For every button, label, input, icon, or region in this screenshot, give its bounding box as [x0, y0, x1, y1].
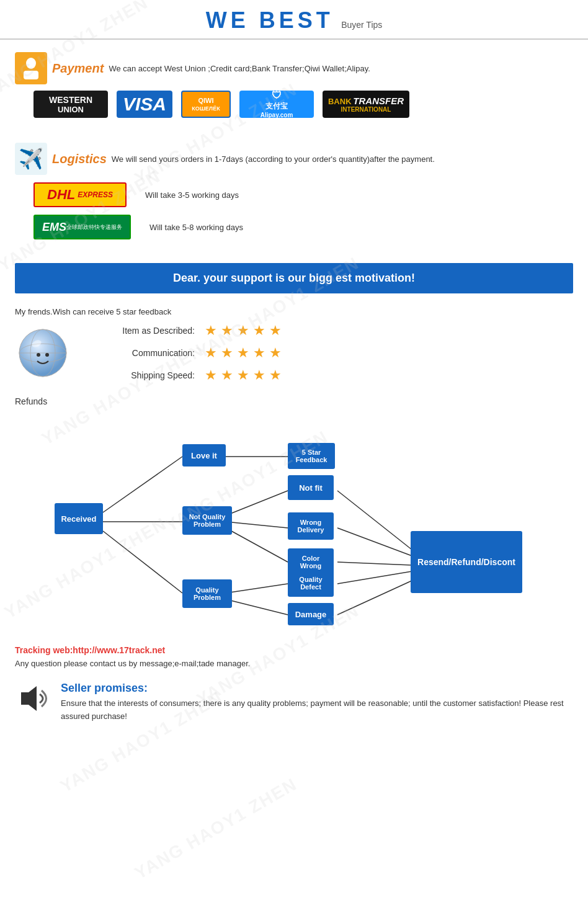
payment-text: We can accept West Union ;Credit card;Ba… — [109, 64, 370, 73]
dhl-days: Will take 3-5 working days — [145, 190, 239, 200]
logistics-label: Logistics — [52, 152, 107, 166]
feedback-intro: My frends.Wish can receive 5 star feedba… — [15, 307, 573, 316]
feedback-globe-icon — [15, 325, 71, 381]
feedback-label-described: Item as Described: — [96, 326, 195, 336]
fc-resend: Resend/Refund/Discont — [411, 531, 522, 593]
fc-wrong-delivery: Wrong Delivery — [288, 512, 334, 540]
star-5: ★ — [269, 367, 282, 383]
star-3: ★ — [237, 367, 249, 383]
tracking-section: Tracking web:http://www.17track.net Any … — [0, 636, 588, 678]
star-3: ★ — [237, 323, 249, 339]
svg-line-11 — [103, 531, 182, 593]
fc-received: Received — [55, 503, 103, 534]
feedback-row-communication: Communication: ★ ★ ★ ★ ★ — [96, 345, 282, 361]
star-2: ★ — [221, 345, 233, 361]
motivation-banner: Dear. your support is our bigg est motiv… — [15, 263, 573, 293]
bank-transfer-logo: BANK TRANSFERINTERNATIONAL — [323, 91, 409, 118]
payment-label: Payment — [52, 61, 104, 76]
fc-five-star: 5 Star Feedback — [288, 443, 335, 469]
speaker-icon — [15, 683, 52, 720]
refunds-section: Refunds — [0, 390, 588, 636]
payment-logos: WESTERN UNION VISA QIWIКОШЕЛЁК 🛡 支付宝 Ali… — [33, 91, 573, 118]
western-union-logo: WESTERN UNION — [33, 91, 108, 118]
refunds-label: Refunds — [15, 396, 47, 406]
header-title-sub: Buyer Tips — [341, 20, 382, 30]
svg-line-19 — [337, 528, 412, 556]
feedback-section: My frends.Wish can receive 5 star feedba… — [0, 303, 588, 390]
payment-section: Payment We can accept West Union ;Credit… — [0, 46, 588, 130]
feedback-rows: Item as Described: ★ ★ ★ ★ ★ Communicati… — [96, 323, 282, 383]
ems-row: EMS 全球邮政特快专递服务 Will take 5-8 working day… — [33, 215, 573, 239]
payment-icon — [15, 52, 47, 84]
tracking-text: Any question please contact us by messag… — [15, 659, 573, 668]
alipay-logo: 🛡 支付宝 Alipay.com — [239, 91, 314, 118]
seller-title: Seller promises: — [61, 682, 573, 695]
fc-quality-defect: Quality Defect — [288, 569, 334, 597]
visa-logo: VISA — [117, 91, 172, 118]
page-header: WE BEST Buyer Tips — [0, 0, 588, 40]
star-2: ★ — [221, 323, 233, 339]
fc-damage: Damage — [288, 603, 334, 625]
feedback-row-shipping: Shipping Speed: ★ ★ ★ ★ ★ — [96, 367, 282, 383]
svg-marker-23 — [21, 686, 37, 711]
logistics-section: ✈️ Logistics We will send yours orders i… — [0, 130, 588, 253]
star-4: ★ — [253, 345, 265, 361]
logistics-text: We will send yours orders in 1-7days (ac… — [112, 154, 435, 164]
dhl-logo: DHL EXPRESS — [33, 182, 127, 207]
seller-text: Ensure that the interests of consumers; … — [61, 697, 573, 723]
svg-line-16 — [226, 584, 288, 593]
header-title-main: WE BEST — [206, 7, 334, 33]
feedback-label-shipping: Shipping Speed: — [96, 370, 195, 380]
svg-point-7 — [37, 353, 40, 357]
svg-point-8 — [45, 353, 49, 357]
star-4: ★ — [253, 367, 265, 383]
svg-line-17 — [226, 599, 288, 615]
star-1: ★ — [205, 345, 217, 361]
svg-line-14 — [226, 522, 288, 528]
svg-rect-1 — [24, 71, 38, 79]
svg-line-21 — [337, 571, 412, 584]
svg-point-0 — [26, 58, 36, 69]
star-2: ★ — [221, 367, 233, 383]
payment-header-row: Payment We can accept West Union ;Credit… — [15, 52, 573, 84]
star-4: ★ — [253, 323, 265, 339]
svg-line-13 — [226, 491, 288, 516]
tracking-link[interactable]: Tracking web:http://www.17track.net — [15, 645, 573, 655]
fc-not-quality: Not Quality Problem — [182, 506, 232, 535]
seller-section: Seller promises: Ensure that the interes… — [0, 678, 588, 727]
star-5: ★ — [269, 345, 282, 361]
fc-not-fit: Not fit — [288, 475, 334, 500]
flowchart-container: Received Love it 5 Star Feedback Not Qua… — [27, 407, 561, 630]
star-3: ★ — [237, 345, 249, 361]
svg-line-15 — [226, 528, 288, 562]
qiwi-logo: QIWIКОШЕЛЁК — [181, 91, 231, 118]
stars-shipping: ★ ★ ★ ★ ★ — [205, 367, 282, 383]
ems-days: Will take 5-8 working days — [149, 223, 243, 232]
svg-line-9 — [103, 457, 182, 512]
stars-described: ★ ★ ★ ★ ★ — [205, 323, 282, 339]
star-1: ★ — [205, 323, 217, 339]
svg-line-18 — [337, 491, 412, 550]
fc-love-it: Love it — [182, 444, 226, 467]
seller-content: Seller promises: Ensure that the interes… — [61, 682, 573, 723]
dhl-row: DHL EXPRESS Will take 3-5 working days — [33, 182, 573, 207]
star-1: ★ — [205, 367, 217, 383]
feedback-label-communication: Communication: — [96, 348, 195, 358]
fc-quality-problem: Quality Problem — [182, 579, 232, 608]
star-5: ★ — [269, 323, 282, 339]
feedback-row-described: Item as Described: ★ ★ ★ ★ ★ — [96, 323, 282, 339]
logistics-header-row: ✈️ Logistics We will send yours orders i… — [15, 143, 573, 175]
svg-line-22 — [337, 581, 412, 615]
ems-logo: EMS 全球邮政特快专递服务 — [33, 215, 131, 239]
svg-line-20 — [337, 562, 412, 565]
stars-communication: ★ ★ ★ ★ ★ — [205, 345, 282, 361]
plane-icon: ✈️ — [15, 143, 47, 175]
feedback-inner: Item as Described: ★ ★ ★ ★ ★ Communicati… — [15, 323, 573, 383]
